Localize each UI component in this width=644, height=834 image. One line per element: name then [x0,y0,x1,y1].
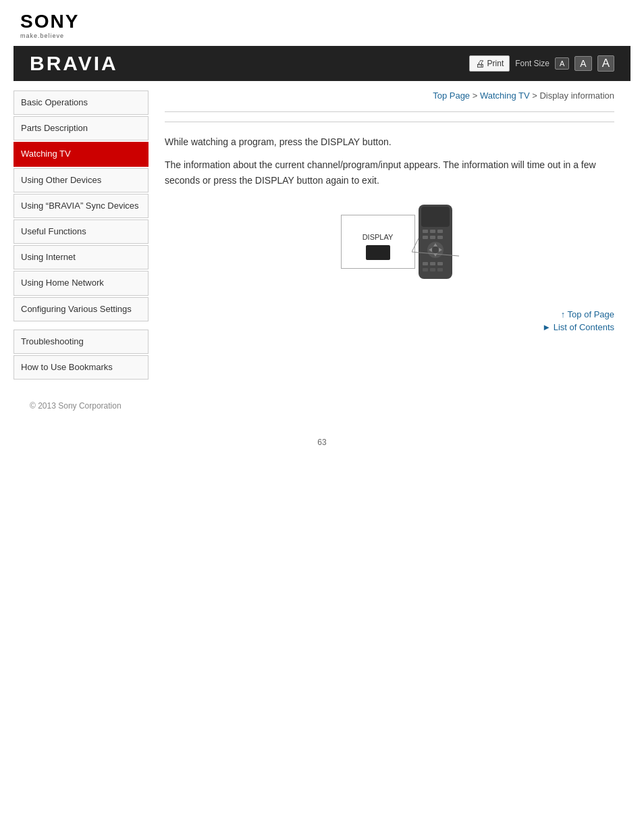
print-label: Print [487,59,504,68]
svg-rect-5 [423,236,428,239]
sidebar-divider [14,323,149,330]
sidebar-item-using-other-devices[interactable]: Using Other Devices [14,168,149,192]
sidebar-item-useful-functions[interactable]: Useful Functions [14,219,149,244]
top-of-page-label: Top of Page [568,309,614,319]
sidebar-item-watching-tv[interactable]: Watching TV [14,142,149,166]
top-divider [165,111,614,112]
sidebar-item-troubleshooting[interactable]: Troubleshooting [14,330,149,354]
font-small-button[interactable]: A [555,57,569,70]
main-layout: Basic Operations Parts Description Watch… [0,81,644,381]
sidebar-item-parts-description[interactable]: Parts Description [14,116,149,140]
svg-rect-14 [423,262,428,265]
svg-point-9 [432,246,439,253]
svg-line-20 [412,238,419,252]
remote-control-graphic [412,201,459,282]
svg-rect-19 [437,268,443,271]
svg-rect-3 [430,230,435,233]
svg-rect-16 [437,262,443,265]
breadcrumb-top-page[interactable]: Top Page [433,90,470,101]
list-of-contents-link[interactable]: ► List of Contents [165,322,614,332]
sidebar-item-using-internet[interactable]: Using Internet [14,245,149,269]
sidebar: Basic Operations Parts Description Watch… [14,90,149,381]
font-medium-button[interactable]: A [574,56,591,71]
svg-rect-2 [423,230,428,233]
svg-rect-15 [430,262,435,265]
svg-rect-17 [423,268,428,271]
display-box: DISPLAY [341,215,415,269]
sony-logo: SONY make.believe [20,12,79,39]
svg-rect-18 [430,268,435,271]
display-label: DISPLAY [363,233,394,241]
breadcrumb-current: Display information [539,90,614,101]
breadcrumb-sep2: > [530,90,540,101]
sony-brand: SONY [20,12,79,31]
paragraph-1: While watching a program, press the DISP… [165,134,614,149]
banner-title: BRAVIA [30,52,118,75]
display-illustration: DISPLAY [185,201,614,282]
footer-links: ↑ Top of Page ► List of Contents [165,309,614,332]
banner-controls: 🖨 Print Font Size A A A [469,55,614,72]
paragraph-2: The information about the current channe… [165,157,614,188]
print-icon: 🖨 [475,58,485,69]
svg-rect-7 [437,236,443,239]
font-large-button[interactable]: A [597,55,614,72]
breadcrumb-watching-tv[interactable]: Watching TV [480,90,530,101]
second-divider [165,122,614,122]
breadcrumb-sep1: > [470,90,480,101]
list-of-contents-label: List of Contents [554,322,614,332]
sidebar-item-how-to-use[interactable]: How to Use Bookmarks [14,355,149,380]
font-size-label: Font Size [515,59,549,68]
logo-area: SONY make.believe [0,0,644,46]
print-button[interactable]: 🖨 Print [469,55,510,72]
breadcrumb: Top Page > Watching TV > Display informa… [165,86,614,107]
display-button-graphic [366,245,390,260]
svg-rect-4 [437,230,443,233]
body-text: While watching a program, press the DISP… [165,134,614,188]
svg-rect-1 [421,207,450,227]
arrow-right-icon: ► [542,322,551,332]
svg-rect-6 [430,236,435,239]
content-area: Top Page > Watching TV > Display informa… [149,86,630,381]
arrow-up-icon: ↑ [561,309,566,319]
sidebar-item-using-home-network[interactable]: Using Home Network [14,271,149,295]
sidebar-item-configuring-settings[interactable]: Configuring Various Settings [14,297,149,321]
sidebar-item-basic-operations[interactable]: Basic Operations [14,90,149,115]
top-of-page-link[interactable]: ↑ Top of Page [165,309,614,319]
copyright: © 2013 Sony Corporation [16,394,135,424]
top-banner: BRAVIA 🖨 Print Font Size A A A [14,46,630,81]
sony-tagline: make.believe [20,32,64,39]
sidebar-item-using-bravia-sync[interactable]: Using “BRAVIA” Sync Devices [14,194,149,218]
page-number: 63 [0,424,644,454]
